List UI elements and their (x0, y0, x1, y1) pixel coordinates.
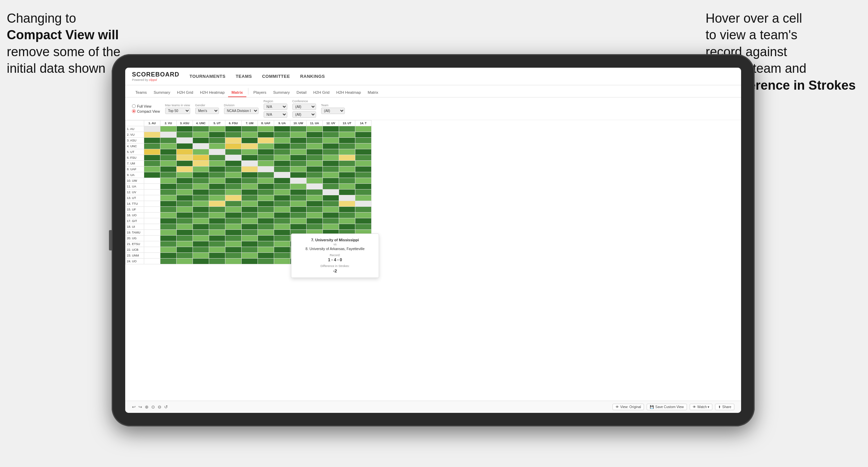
matrix-cell[interactable] (225, 218, 242, 224)
matrix-cell[interactable] (144, 149, 160, 155)
matrix-cell[interactable] (258, 247, 274, 253)
matrix-cell[interactable] (355, 172, 372, 178)
matrix-cell[interactable] (258, 178, 274, 184)
matrix-cell[interactable] (225, 143, 242, 149)
matrix-cell[interactable] (307, 218, 323, 224)
matrix-cell[interactable] (274, 207, 290, 213)
matrix-cell[interactable] (290, 126, 307, 132)
matrix-cell[interactable] (339, 126, 355, 132)
matrix-cell[interactable] (323, 126, 339, 132)
matrix-cell[interactable] (339, 161, 355, 166)
zoom-fit-icon[interactable]: ⊙ (151, 404, 155, 409)
matrix-cell[interactable] (339, 195, 355, 201)
matrix-cell[interactable] (323, 166, 339, 172)
matrix-cell[interactable] (323, 172, 339, 178)
matrix-cell[interactable] (225, 201, 242, 207)
matrix-cell[interactable] (225, 213, 242, 218)
matrix-cell[interactable] (307, 149, 323, 155)
matrix-cell[interactable] (193, 195, 209, 201)
region-select[interactable]: N/A (264, 104, 287, 110)
matrix-cell[interactable] (225, 126, 242, 132)
matrix-cell[interactable] (323, 213, 339, 218)
matrix-cell[interactable] (290, 201, 307, 207)
matrix-cell[interactable] (290, 190, 307, 195)
matrix-cell[interactable] (290, 224, 307, 230)
matrix-cell[interactable] (307, 195, 323, 201)
matrix-cell[interactable] (177, 184, 193, 190)
subnav-matrix[interactable]: Matrix (228, 90, 246, 97)
matrix-cell[interactable] (144, 184, 160, 190)
matrix-cell[interactable] (144, 132, 160, 138)
matrix-cell[interactable] (274, 253, 290, 259)
matrix-cell[interactable] (339, 213, 355, 218)
matrix-cell[interactable] (209, 149, 225, 155)
subnav-summary-teams[interactable]: Summary (150, 90, 174, 97)
matrix-cell[interactable] (225, 259, 242, 264)
matrix-cell[interactable] (339, 201, 355, 207)
matrix-cell[interactable] (193, 190, 209, 195)
matrix-cell[interactable] (160, 126, 177, 132)
matrix-cell[interactable] (160, 230, 177, 236)
matrix-cell[interactable] (339, 166, 355, 172)
matrix-cell[interactable] (144, 207, 160, 213)
matrix-cell[interactable] (160, 241, 177, 247)
matrix-cell[interactable] (274, 190, 290, 195)
matrix-cell[interactable] (258, 213, 274, 218)
matrix-cell[interactable] (242, 224, 258, 230)
matrix-area[interactable]: 1. AU 2. VU 3. ASU 4. UNC 5. UT 6. FSU 7… (125, 120, 741, 401)
matrix-cell[interactable] (258, 184, 274, 190)
matrix-cell[interactable] (144, 195, 160, 201)
matrix-cell[interactable] (355, 132, 372, 138)
matrix-cell[interactable] (258, 143, 274, 149)
matrix-cell[interactable] (307, 213, 323, 218)
matrix-cell[interactable] (225, 195, 242, 201)
matrix-cell[interactable] (258, 172, 274, 178)
matrix-cell[interactable] (274, 213, 290, 218)
matrix-cell[interactable] (274, 149, 290, 155)
matrix-cell[interactable] (193, 218, 209, 224)
matrix-cell[interactable] (258, 132, 274, 138)
matrix-cell[interactable] (242, 138, 258, 143)
matrix-cell[interactable] (242, 201, 258, 207)
matrix-cell[interactable] (290, 161, 307, 166)
matrix-cell[interactable] (160, 172, 177, 178)
matrix-cell[interactable] (242, 190, 258, 195)
matrix-cell[interactable] (290, 184, 307, 190)
matrix-cell[interactable] (290, 132, 307, 138)
matrix-cell[interactable] (209, 218, 225, 224)
matrix-cell[interactable] (323, 218, 339, 224)
matrix-cell[interactable] (323, 207, 339, 213)
matrix-cell[interactable] (209, 230, 225, 236)
matrix-cell[interactable] (355, 155, 372, 161)
matrix-cell[interactable] (225, 172, 242, 178)
matrix-cell[interactable] (307, 126, 323, 132)
matrix-cell[interactable] (307, 201, 323, 207)
reset-icon[interactable]: ↺ (164, 404, 168, 409)
matrix-cell[interactable] (274, 247, 290, 253)
matrix-cell[interactable] (209, 247, 225, 253)
matrix-cell[interactable] (193, 184, 209, 190)
undo-icon[interactable]: ↩ (132, 404, 136, 409)
matrix-cell[interactable] (144, 218, 160, 224)
gender-select[interactable]: Men's (195, 108, 219, 114)
matrix-cell[interactable] (144, 230, 160, 236)
matrix-cell[interactable] (339, 149, 355, 155)
matrix-cell[interactable] (274, 126, 290, 132)
matrix-cell[interactable] (355, 126, 372, 132)
full-view-option[interactable]: Full View (132, 104, 160, 108)
matrix-cell[interactable] (193, 132, 209, 138)
matrix-cell[interactable] (355, 184, 372, 190)
matrix-cell[interactable] (193, 126, 209, 132)
matrix-cell[interactable] (290, 178, 307, 184)
matrix-cell[interactable] (274, 143, 290, 149)
matrix-cell[interactable] (144, 259, 160, 264)
matrix-cell[interactable] (144, 166, 160, 172)
matrix-cell[interactable] (307, 143, 323, 149)
watch-button[interactable]: 👁 Watch ▾ (690, 404, 713, 410)
matrix-cell[interactable] (177, 259, 193, 264)
matrix-cell[interactable] (258, 149, 274, 155)
matrix-cell[interactable] (225, 230, 242, 236)
matrix-cell[interactable] (144, 161, 160, 166)
matrix-cell[interactable] (144, 138, 160, 143)
matrix-cell[interactable] (242, 132, 258, 138)
